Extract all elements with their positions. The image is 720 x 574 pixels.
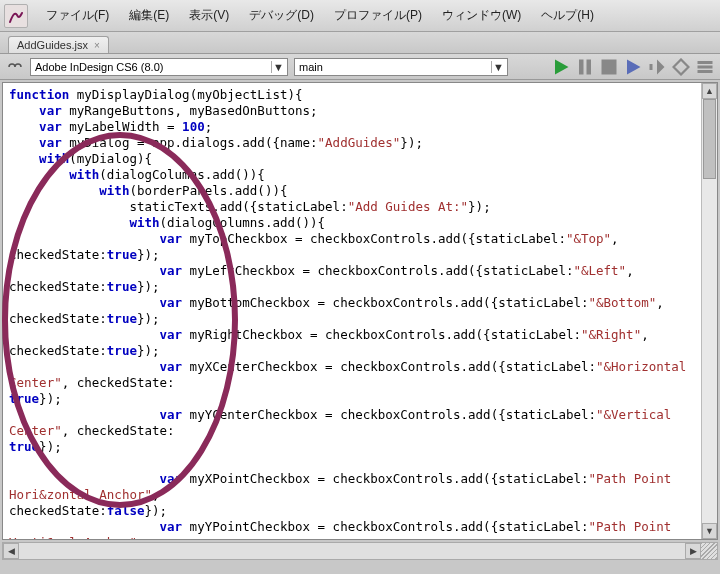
tabstrip: AddGuides.jsx × [0, 32, 720, 54]
app-logo-icon [4, 4, 28, 28]
toolbar: Adobe InDesign CS6 (8.0) ▼ main ▼ [0, 54, 720, 80]
svg-rect-5 [698, 65, 713, 68]
code-viewport: function myDisplayDialog(myObjectList){ … [3, 83, 701, 539]
function-value: main [299, 61, 323, 73]
menu-file[interactable]: ファイル(F) [36, 3, 119, 28]
menu-profile[interactable]: プロファイル(P) [324, 3, 432, 28]
scroll-up-icon[interactable]: ▲ [702, 83, 717, 99]
svg-rect-6 [698, 70, 713, 73]
menu-debug[interactable]: デバッグ(D) [239, 3, 324, 28]
vertical-scrollbar[interactable]: ▲ ▼ [701, 83, 717, 539]
target-dropdown[interactable]: Adobe InDesign CS6 (8.0) ▼ [30, 58, 288, 76]
scroll-down-icon[interactable]: ▼ [702, 523, 717, 539]
panel-menu-icon[interactable] [696, 58, 714, 76]
scroll-thumb[interactable] [703, 99, 716, 179]
chevron-down-icon: ▼ [491, 61, 505, 73]
step-out-icon[interactable] [672, 58, 690, 76]
tab-addguides[interactable]: AddGuides.jsx × [8, 36, 109, 53]
menu-edit[interactable]: 編集(E) [119, 3, 179, 28]
resize-grip-icon[interactable] [701, 543, 717, 559]
scroll-right-icon[interactable]: ▶ [685, 543, 701, 559]
svg-rect-4 [698, 61, 713, 64]
code-editor[interactable]: function myDisplayDialog(myObjectList){ … [2, 82, 718, 540]
chevron-down-icon: ▼ [271, 61, 285, 73]
stop-icon[interactable] [600, 58, 618, 76]
step-over-icon[interactable] [648, 58, 666, 76]
svg-rect-3 [650, 64, 653, 70]
pause-icon[interactable] [576, 58, 594, 76]
function-dropdown[interactable]: main ▼ [294, 58, 508, 76]
link-icon[interactable] [6, 60, 24, 74]
status-bar: ◀ ▶ [2, 542, 718, 560]
scroll-track[interactable] [702, 99, 717, 523]
scroll-left-icon[interactable]: ◀ [3, 543, 19, 559]
menu-help[interactable]: ヘルプ(H) [531, 3, 604, 28]
code-content: function myDisplayDialog(myObjectList){ … [9, 87, 695, 539]
target-value: Adobe InDesign CS6 (8.0) [35, 61, 163, 73]
svg-rect-1 [587, 59, 592, 74]
step-into-icon[interactable] [624, 58, 642, 76]
run-icon[interactable] [552, 58, 570, 76]
svg-rect-0 [579, 59, 584, 74]
menu-window[interactable]: ウィンドウ(W) [432, 3, 531, 28]
tab-close-icon[interactable]: × [94, 40, 100, 51]
menubar: ファイル(F) 編集(E) 表示(V) デバッグ(D) プロファイル(P) ウィ… [0, 0, 720, 32]
hscroll-track[interactable] [19, 543, 685, 559]
tab-label: AddGuides.jsx [17, 39, 88, 51]
svg-rect-2 [602, 59, 617, 74]
menu-view[interactable]: 表示(V) [179, 3, 239, 28]
